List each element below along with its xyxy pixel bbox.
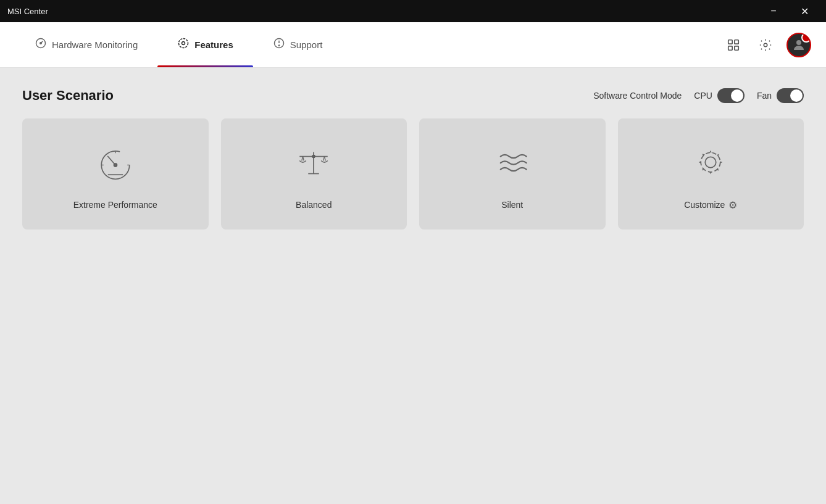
- svg-point-11: [796, 40, 801, 45]
- main-content: User Scenario Software Control Mode CPU …: [0, 68, 826, 504]
- svg-point-10: [764, 43, 767, 47]
- card-customize[interactable]: Customize ⚙: [618, 118, 804, 229]
- titlebar: MSI Center − ✕: [0, 0, 826, 22]
- silent-icon: [488, 138, 537, 188]
- card-silent[interactable]: Silent: [419, 118, 606, 229]
- avatar-button[interactable]: [786, 33, 811, 57]
- tab-hardware-monitoring[interactable]: Hardware Monitoring: [15, 22, 157, 67]
- section-header: User Scenario Software Control Mode CPU …: [22, 88, 804, 104]
- features-icon: [177, 37, 190, 52]
- silent-label: Silent: [501, 200, 523, 210]
- card-balanced[interactable]: Balanced: [221, 118, 407, 229]
- cpu-label: CPU: [694, 91, 712, 101]
- tab-support-label: Support: [290, 39, 323, 50]
- extreme-performance-icon: [91, 138, 140, 188]
- fan-toggle[interactable]: [777, 88, 804, 103]
- customize-icon: [686, 138, 735, 187]
- balanced-label: Balanced: [296, 200, 332, 210]
- svg-rect-8: [728, 46, 732, 49]
- svg-line-24: [303, 157, 304, 161]
- svg-point-1: [40, 43, 42, 44]
- nav-actions: [722, 33, 811, 57]
- app-title: MSI Center: [7, 7, 48, 16]
- nav-tabs: Hardware Monitoring Features Support: [15, 22, 342, 67]
- svg-point-3: [179, 39, 188, 48]
- fan-toggle-knob: [790, 89, 803, 102]
- tab-hardware-monitoring-label: Hardware Monitoring: [52, 39, 138, 50]
- extreme-performance-label: Extreme Performance: [73, 200, 157, 210]
- svg-point-2: [182, 42, 185, 45]
- card-extreme-performance[interactable]: Extreme Performance: [22, 118, 209, 229]
- svg-rect-6: [728, 39, 732, 43]
- software-control-label: Software Control Mode: [593, 91, 682, 101]
- svg-rect-9: [735, 46, 738, 49]
- cpu-toggle[interactable]: [717, 88, 745, 103]
- svg-rect-7: [735, 39, 738, 43]
- close-button[interactable]: ✕: [790, 2, 819, 20]
- svg-point-27: [706, 157, 717, 168]
- settings-button[interactable]: [754, 34, 777, 56]
- navbar: Hardware Monitoring Features Support: [0, 22, 826, 68]
- svg-point-18: [114, 163, 117, 167]
- svg-point-22: [312, 155, 315, 157]
- fan-toggle-group: Fan: [757, 88, 804, 103]
- minimize-button[interactable]: −: [759, 2, 788, 20]
- hardware-monitoring-icon: [35, 37, 47, 52]
- customize-label: Customize ⚙: [684, 199, 737, 211]
- support-icon: [273, 37, 285, 52]
- software-control-mode: Software Control Mode CPU Fan: [593, 88, 804, 103]
- section-title: User Scenario: [22, 88, 114, 104]
- customize-gear-icon: ⚙: [728, 199, 737, 211]
- tab-features-label: Features: [194, 39, 233, 50]
- tab-features[interactable]: Features: [157, 22, 253, 67]
- cpu-toggle-group: CPU: [694, 88, 745, 103]
- scenario-cards-grid: Extreme Performance: [22, 118, 804, 229]
- window-controls: − ✕: [759, 2, 819, 20]
- cpu-toggle-knob: [731, 89, 743, 102]
- balanced-icon: [289, 138, 338, 188]
- tab-support[interactable]: Support: [253, 22, 343, 67]
- svg-line-26: [325, 157, 326, 161]
- grid-view-button[interactable]: [722, 34, 745, 56]
- svg-point-5: [278, 45, 279, 46]
- fan-label: Fan: [757, 91, 772, 101]
